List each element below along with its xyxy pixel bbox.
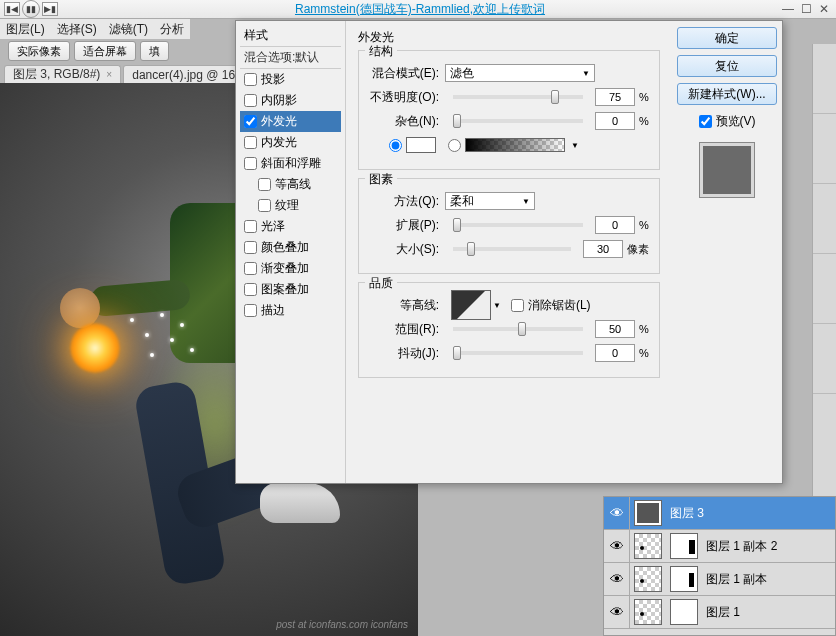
- checkbox[interactable]: [244, 136, 257, 149]
- size-slider[interactable]: [453, 247, 571, 251]
- layer-thumbnail[interactable]: [634, 500, 662, 526]
- layer-thumbnail[interactable]: [634, 599, 662, 625]
- style-drop-shadow[interactable]: 投影: [240, 69, 341, 90]
- antialias-checkbox[interactable]: [511, 299, 524, 312]
- menu-filter[interactable]: 滤镜(T): [109, 21, 148, 38]
- next-track-button[interactable]: ▶▮: [42, 2, 58, 16]
- checkbox[interactable]: [244, 283, 257, 296]
- slider-thumb[interactable]: [551, 90, 559, 104]
- layer-row[interactable]: 👁 图层 1 副本: [604, 563, 835, 596]
- close-button[interactable]: ✕: [816, 2, 832, 16]
- new-style-button[interactable]: 新建样式(W)...: [677, 83, 777, 105]
- style-stroke[interactable]: 描边: [240, 300, 341, 321]
- layer-row[interactable]: 👁 图层 3: [604, 497, 835, 530]
- visibility-icon[interactable]: 👁: [604, 596, 630, 628]
- minimize-button[interactable]: —: [780, 2, 796, 16]
- unit-label: 像素: [627, 242, 649, 257]
- jitter-input[interactable]: [595, 344, 635, 362]
- menu-analysis[interactable]: 分析: [160, 21, 184, 38]
- styles-header: 样式: [240, 25, 341, 47]
- blending-options-item[interactable]: 混合选项:默认: [240, 47, 341, 69]
- visibility-icon[interactable]: 👁: [604, 563, 630, 595]
- glow-gradient-swatch[interactable]: [465, 138, 565, 152]
- style-outer-glow[interactable]: 外发光: [240, 111, 341, 132]
- slider-thumb[interactable]: [453, 218, 461, 232]
- visibility-icon[interactable]: 👁: [604, 530, 630, 562]
- close-icon[interactable]: ×: [106, 69, 112, 80]
- checkbox[interactable]: [244, 241, 257, 254]
- style-gradient-overlay[interactable]: 渐变叠加: [240, 258, 341, 279]
- pause-button[interactable]: ▮▮: [22, 0, 40, 18]
- elements-group: 图素 方法(Q): 柔和▼ 扩展(P): % 大小(S): 像素: [358, 178, 660, 274]
- fill-screen-button[interactable]: 填: [140, 41, 169, 61]
- mask-thumbnail[interactable]: [670, 566, 698, 592]
- spread-slider[interactable]: [453, 223, 583, 227]
- preview-swatch: [699, 142, 755, 198]
- noise-label: 杂色(N):: [369, 113, 439, 130]
- range-slider[interactable]: [453, 327, 583, 331]
- doc-tab-1[interactable]: 图层 3, RGB/8#)×: [4, 65, 121, 83]
- technique-combo[interactable]: 柔和▼: [445, 192, 535, 210]
- style-texture[interactable]: 纹理: [240, 195, 341, 216]
- checkbox[interactable]: [244, 157, 257, 170]
- reset-button[interactable]: 复位: [677, 55, 777, 77]
- slider-thumb[interactable]: [467, 242, 475, 256]
- size-input[interactable]: [583, 240, 623, 258]
- chevron-down-icon[interactable]: ▼: [571, 141, 579, 150]
- right-panels-collapsed[interactable]: [812, 44, 836, 496]
- layer-thumbnail[interactable]: [634, 566, 662, 592]
- noise-input[interactable]: [595, 112, 635, 130]
- preview-checkbox[interactable]: [699, 115, 712, 128]
- style-inner-shadow[interactable]: 内阴影: [240, 90, 341, 111]
- checkbox[interactable]: [244, 220, 257, 233]
- prev-track-button[interactable]: ▮◀: [4, 2, 20, 16]
- contour-picker[interactable]: [451, 290, 491, 320]
- mask-thumbnail[interactable]: [670, 533, 698, 559]
- maximize-button[interactable]: ☐: [798, 2, 814, 16]
- slider-thumb[interactable]: [453, 346, 461, 360]
- gradient-radio[interactable]: [448, 139, 461, 152]
- checkbox[interactable]: [244, 73, 257, 86]
- range-input[interactable]: [595, 320, 635, 338]
- layer-thumbnail[interactable]: [634, 533, 662, 559]
- layer-row[interactable]: 👁 图层 1 副本 2: [604, 530, 835, 563]
- style-contour[interactable]: 等高线: [240, 174, 341, 195]
- checkbox[interactable]: [258, 178, 271, 191]
- preview-checkbox-row[interactable]: 预览(V): [699, 113, 756, 130]
- blend-mode-combo[interactable]: 滤色▼: [445, 64, 595, 82]
- style-inner-glow[interactable]: 内发光: [240, 132, 341, 153]
- checkbox[interactable]: [244, 304, 257, 317]
- color-radio[interactable]: [389, 139, 402, 152]
- ok-button[interactable]: 确定: [677, 27, 777, 49]
- style-bevel[interactable]: 斜面和浮雕: [240, 153, 341, 174]
- slider-thumb[interactable]: [518, 322, 526, 336]
- style-pattern-overlay[interactable]: 图案叠加: [240, 279, 341, 300]
- song-title[interactable]: Rammstein(德国战车)-Rammlied,欢迎上传歌词: [60, 1, 780, 18]
- slider-thumb[interactable]: [453, 114, 461, 128]
- jitter-slider[interactable]: [453, 351, 583, 355]
- style-label: 内阴影: [261, 92, 297, 109]
- style-satin[interactable]: 光泽: [240, 216, 341, 237]
- checkbox[interactable]: [258, 199, 271, 212]
- fit-screen-button[interactable]: 适合屏幕: [74, 41, 136, 61]
- style-label: 光泽: [261, 218, 285, 235]
- layer-row[interactable]: 👁 图层 1: [604, 596, 835, 629]
- opacity-slider[interactable]: [453, 95, 583, 99]
- noise-slider[interactable]: [453, 119, 583, 123]
- opacity-input[interactable]: [595, 88, 635, 106]
- glow-color-swatch[interactable]: [406, 137, 436, 153]
- style-label: 纹理: [275, 197, 299, 214]
- checkbox[interactable]: [244, 115, 257, 128]
- checkbox[interactable]: [244, 262, 257, 275]
- chevron-down-icon[interactable]: ▼: [493, 301, 501, 310]
- menu-select[interactable]: 选择(S): [57, 21, 97, 38]
- mask-thumbnail[interactable]: [670, 599, 698, 625]
- opacity-label: 不透明度(O):: [369, 89, 439, 106]
- style-color-overlay[interactable]: 颜色叠加: [240, 237, 341, 258]
- doc-tab-2[interactable]: dancer(4).jpg @ 16: [123, 65, 244, 83]
- visibility-icon[interactable]: 👁: [604, 497, 630, 529]
- checkbox[interactable]: [244, 94, 257, 107]
- menu-layer[interactable]: 图层(L): [6, 21, 45, 38]
- actual-pixels-button[interactable]: 实际像素: [8, 41, 70, 61]
- spread-input[interactable]: [595, 216, 635, 234]
